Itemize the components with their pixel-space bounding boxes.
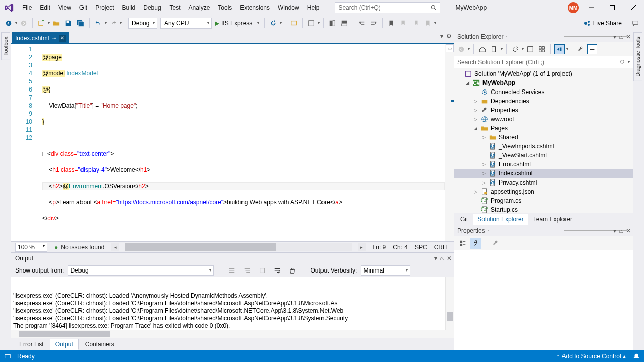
tab-overflow-button[interactable]: ▾ [440,33,443,40]
menu-project[interactable]: Project [91,2,118,13]
tree-connected-services[interactable]: Connected Services [454,87,633,97]
sol-view-button[interactable] [587,44,597,54]
start-debugging-button[interactable]: ▶ IIS Express [213,18,261,29]
tree-index-cshtml[interactable]: ▷@Index.cshtml [454,169,633,178]
code-editor[interactable]: 123456789101112 @page @model IndexModel … [11,43,454,241]
menu-analyze[interactable]: Analyze [185,2,214,13]
panel-menu-icon[interactable]: ▾ [613,227,616,234]
sol-showall-button[interactable] [537,44,547,54]
menu-extensions[interactable]: Extensions [236,2,274,13]
menu-window[interactable]: Window [274,2,303,13]
output-dropdown-icon[interactable]: ▾ [434,255,437,262]
properties-header[interactable]: Properties ▾ ⏢ ✕ [454,225,633,236]
outdent-button[interactable] [356,18,367,29]
indent-mode-label[interactable]: SPC [415,244,427,251]
bookmark-next-button[interactable] [410,18,421,29]
tree-project[interactable]: ◢C#MyWebApp [454,78,633,87]
bottom-tab-containers[interactable]: Containers [80,339,119,349]
output-clear-button[interactable] [287,265,298,276]
menu-file[interactable]: File [18,2,36,13]
output-wordwrap-button[interactable] [272,265,283,276]
output-close-icon[interactable]: ✕ [447,255,452,262]
open-file-button[interactable] [51,18,62,29]
tree-startup-cs[interactable]: C#Startup.cs [454,205,633,213]
menu-edit[interactable]: Edit [36,2,54,13]
solution-tree[interactable]: Solution 'MyWebApp' (1 of 1 project) ◢C#… [454,68,633,213]
toolbox-tab[interactable]: Toolbox [1,32,10,60]
sol-home-button[interactable] [477,44,488,54]
nav-forward-button[interactable] [18,18,29,29]
props-wrench-button[interactable] [490,238,501,249]
notifications-button[interactable] [633,353,640,360]
hscroll-right[interactable]: ▸ [358,243,366,251]
tab-settings-button[interactable]: ⚙ [446,33,452,40]
platform-dropdown[interactable]: Any CPU [160,18,212,29]
sol-sync-button[interactable] [489,44,499,54]
menu-build[interactable]: Build [118,2,140,13]
bottom-tab-output[interactable]: Output [50,339,79,350]
tree-pages-folder[interactable]: ◢Pages [454,124,633,133]
output-text[interactable]: 'iisexpress.exe' (CoreCLR: clrhost): Loa… [11,277,454,330]
editor-marker-track[interactable]: ▭ [445,44,454,241]
user-avatar[interactable]: MM [568,2,579,13]
panel-pin-icon[interactable]: ⏢ [619,227,623,234]
output-verbosity-dropdown[interactable]: Minimal [361,265,410,276]
menu-help[interactable]: Help [303,2,324,13]
tree-viewimports[interactable]: @_ViewImports.cshtml [454,142,633,151]
panel-menu-icon[interactable]: ▾ [613,33,616,40]
menu-debug[interactable]: Debug [139,2,165,13]
panel-close-icon[interactable]: ✕ [626,227,631,234]
output-tool-3[interactable] [257,265,268,276]
hscroll-track[interactable] [125,243,351,251]
save-all-button[interactable] [75,18,86,29]
live-share-button[interactable]: Live Share [579,19,626,27]
tree-error-cshtml[interactable]: ▷@Error.cshtml [454,160,633,169]
tool-button-1[interactable] [306,18,317,29]
panel-pin-icon[interactable]: ⏢ [619,33,623,40]
bookmark-prev-button[interactable] [398,18,409,29]
browser-link-button[interactable] [288,18,299,29]
tool-button-2[interactable] [327,18,338,29]
bottom-tab-error-list[interactable]: Error List [14,339,49,349]
new-project-button[interactable] [36,18,47,29]
right-tab-solution-explorer[interactable]: Solution Explorer [473,214,528,225]
tree-viewstart[interactable]: @_ViewStart.cshtml [454,151,633,160]
menu-git[interactable]: Git [75,2,91,13]
refresh-button[interactable] [268,18,279,29]
output-source-dropdown[interactable]: Debug [68,265,214,276]
tree-dependencies[interactable]: ▷Dependencies [454,97,633,106]
add-source-control-button[interactable]: ↑Add to Source Control ▴ [557,353,626,360]
window-close-button[interactable] [625,2,642,14]
tree-properties[interactable]: ▷Properties [454,106,633,115]
props-categorized-button[interactable] [457,238,468,249]
tree-solution-root[interactable]: Solution 'MyWebApp' (1 of 1 project) [454,69,633,78]
hscroll-thumb[interactable] [125,243,276,251]
right-tab-team-explorer[interactable]: Team Explorer [529,214,576,224]
tree-shared-folder[interactable]: ▷Shared [454,133,633,142]
bookmark-clear-button[interactable] [422,18,433,29]
document-tab-index[interactable]: Index.cshtml ⊸ ✕ [12,32,69,43]
right-tab-git[interactable]: Git [456,214,472,224]
output-hscroll-thumb[interactable] [19,331,110,337]
window-minimize-button[interactable] [583,2,600,14]
solution-search-input[interactable]: Search Solution Explorer (Ctrl+;) ▾ [454,56,633,68]
undo-button[interactable] [93,18,104,29]
output-tool-2[interactable] [242,265,253,276]
output-vscrollbar[interactable] [445,277,454,330]
pin-icon[interactable]: ⊸ [52,35,56,41]
output-vscroll-thumb[interactable] [447,312,453,321]
build-config-dropdown[interactable]: Debug [128,18,157,29]
global-search-input[interactable]: Search (Ctrl+Q) [335,2,440,13]
hscroll-left[interactable]: ◂ [111,243,119,251]
caret-line-label[interactable]: Ln: 9 [373,244,386,251]
output-tool-1[interactable] [226,265,237,276]
solution-explorer-header[interactable]: Solution Explorer ▾ ⏢ ✕ [454,31,633,42]
sol-back-button[interactable] [456,44,466,54]
zoom-dropdown[interactable]: 100 %▾ [15,243,47,252]
tree-privacy-cshtml[interactable]: ▷@Privacy.cshtml [454,178,633,187]
tree-program-cs[interactable]: C#Program.cs [454,196,633,205]
sol-refresh-button[interactable] [510,44,520,54]
sol-properties-button[interactable] [576,44,586,54]
output-hscrollbar[interactable] [11,330,454,338]
sol-preview-button[interactable] [554,44,565,54]
